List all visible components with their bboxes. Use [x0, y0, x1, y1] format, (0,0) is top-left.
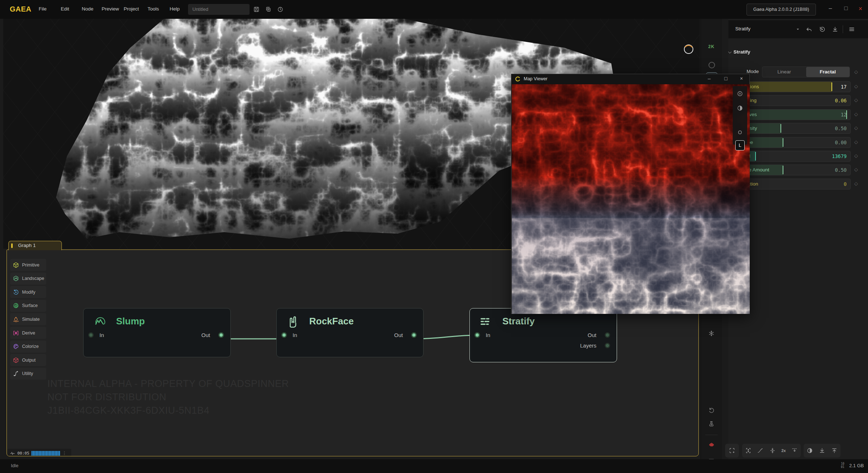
port-out-dot[interactable] [411, 332, 417, 338]
port-in-dot[interactable] [281, 332, 287, 338]
o-view-button[interactable]: O [733, 129, 747, 135]
param-value[interactable]: 0.50 [835, 125, 847, 131]
drop-down-dots-icon[interactable] [791, 447, 798, 454]
graph-tab[interactable]: Graph 1 [8, 241, 62, 250]
mv-minimize-button[interactable]: – [705, 76, 713, 81]
param-caret [783, 138, 783, 147]
project-name-field[interactable]: Untitled [188, 4, 250, 15]
param-value[interactable]: 0.06 [835, 98, 847, 103]
contrast-icon[interactable] [737, 105, 743, 111]
pin-diamond-icon[interactable]: ◇ [854, 69, 858, 74]
param-row-shape[interactable]: Shape0.00 [734, 137, 851, 148]
export-icon[interactable] [831, 447, 838, 454]
param-row-seed[interactable]: Seed13679 [734, 151, 851, 162]
port-out-label: Out [201, 332, 210, 338]
param-value[interactable]: 12 [841, 112, 847, 118]
menu-node[interactable]: Node [82, 6, 93, 12]
chevron-down-icon[interactable] [796, 26, 800, 33]
pin-diamond-icon[interactable]: ◇ [854, 97, 858, 103]
curve-icon[interactable] [757, 447, 763, 454]
pin-diamond-icon[interactable]: ◇ [854, 111, 858, 117]
port-out-dot[interactable] [218, 332, 224, 338]
node-slump[interactable]: Slump In Out [83, 308, 231, 357]
slump-icon [92, 315, 105, 328]
pin-diamond-icon[interactable]: ◇ [854, 153, 858, 158]
menu-help[interactable]: Help [170, 6, 180, 12]
param-value[interactable]: 13679 [832, 153, 847, 159]
hamburger-menu-icon[interactable] [848, 26, 855, 33]
menu-edit[interactable]: Edit [61, 6, 69, 12]
maximize-button[interactable]: □ [842, 5, 850, 12]
port-out-dot[interactable] [605, 332, 610, 338]
reset-history-icon[interactable] [819, 26, 825, 33]
menu-project[interactable]: Project [124, 6, 139, 12]
undo-icon[interactable] [806, 26, 812, 33]
flask-icon[interactable] [708, 421, 715, 427]
graph-tab-label: Graph 1 [18, 243, 36, 248]
map-preview-image[interactable] [512, 84, 750, 314]
port-layers-label: Layers [580, 342, 596, 349]
kebab-menu-icon[interactable]: ⋮ [62, 451, 67, 456]
map-viewer-title: Map Viewer [524, 76, 548, 81]
strip-divider [705, 435, 718, 435]
duplicate-icon[interactable] [265, 6, 272, 13]
menu-file[interactable]: File [39, 6, 47, 12]
node-rockface[interactable]: RockFace In Out [276, 308, 424, 357]
compass-widget[interactable] [683, 43, 694, 55]
pin-diamond-icon[interactable]: ◇ [854, 125, 858, 131]
two-x-icon[interactable]: 2x [781, 448, 786, 453]
node-stratify[interactable]: Stratify In Out Layers [469, 308, 617, 362]
param-value[interactable]: 0 [844, 181, 847, 187]
close-circle-icon[interactable] [737, 90, 743, 97]
mode-option-fractal[interactable]: Fractal [806, 67, 850, 77]
properties-node-name: Stratify [735, 26, 750, 31]
param-row-octaves[interactable]: Octaves12 [734, 109, 851, 120]
menu-tools[interactable]: Tools [148, 6, 159, 12]
menu-preview[interactable]: Preview [102, 6, 119, 12]
param-row-intensity[interactable]: Intensity0.50 [734, 123, 851, 134]
pin-diamond-icon[interactable]: ◇ [854, 167, 858, 172]
param-row-noise-amount[interactable]: Noise Amount0.50 [734, 165, 851, 175]
import-icon[interactable] [819, 447, 825, 454]
map-viewer-titlebar[interactable]: Map Viewer – □ × [511, 74, 749, 84]
port-out-label: Out [588, 332, 596, 338]
minimize-button[interactable]: – [826, 5, 835, 12]
port-in-label: In [293, 332, 297, 338]
param-value[interactable]: 17 [841, 84, 847, 90]
l-view-button[interactable]: L [735, 140, 745, 150]
pin-diamond-icon[interactable]: ◇ [854, 181, 858, 186]
pin-diamond-icon[interactable]: ◇ [854, 84, 858, 89]
mode-option-linear[interactable]: Linear [762, 67, 806, 77]
param-value[interactable]: 0.50 [835, 167, 847, 173]
save-icon[interactable] [253, 6, 260, 13]
param-row-direction[interactable]: Direction0 [734, 179, 851, 189]
mv-close-button[interactable]: × [737, 76, 745, 81]
snowflake-icon[interactable] [708, 330, 715, 337]
engine-icon[interactable] [708, 441, 715, 448]
distribute-icon[interactable] [769, 447, 776, 454]
param-row-iterations[interactable]: Iterations17 [734, 81, 851, 92]
rotate-icon[interactable] [708, 407, 715, 414]
mode-label: Mode [728, 69, 759, 74]
contrast-icon[interactable] [807, 447, 813, 454]
port-in-dot[interactable] [88, 332, 94, 338]
mv-maximize-button[interactable]: □ [722, 76, 730, 81]
view-mode-circle-icon[interactable] [709, 62, 715, 68]
pin-diamond-icon[interactable]: ◇ [854, 139, 858, 145]
param-row-spacing[interactable]: Spacing0.06 [734, 95, 851, 106]
port-layers-dot[interactable] [605, 343, 610, 348]
mode-toggle[interactable]: Linear Fractal [762, 67, 850, 77]
fit-frame-icon[interactable] [745, 447, 752, 454]
port-in-dot[interactable] [475, 332, 480, 338]
section-chevron-icon[interactable] [727, 50, 732, 55]
add-frame-icon[interactable] [729, 447, 735, 454]
download-icon[interactable] [832, 26, 838, 33]
node-title: Stratify [502, 316, 535, 327]
param-value[interactable]: 0.00 [835, 140, 847, 145]
close-button[interactable]: × [856, 5, 865, 13]
history-clock-icon[interactable] [277, 6, 284, 13]
graph-footer: 00:05 ⋮ [8, 449, 71, 456]
map-viewer-window[interactable]: Map Viewer – □ × O L [511, 74, 750, 314]
toolbox-add [725, 444, 739, 457]
gaea-ring-icon [515, 76, 521, 82]
